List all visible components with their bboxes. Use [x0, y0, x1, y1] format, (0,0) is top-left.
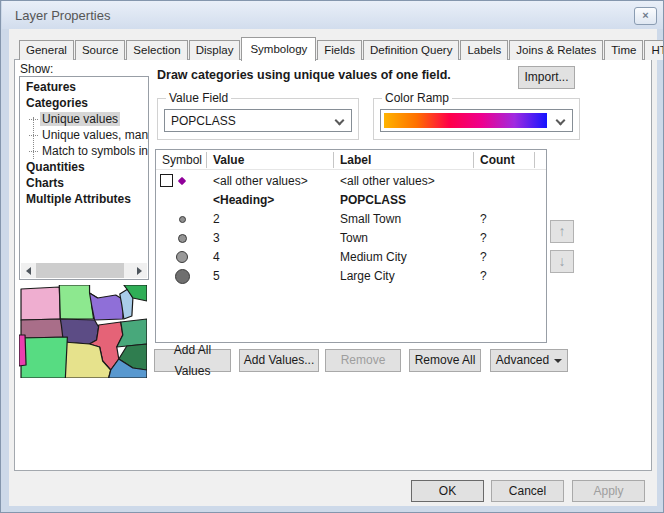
close-button[interactable]: ×: [634, 7, 657, 25]
table-row[interactable]: <all other values><all other values>: [156, 172, 546, 190]
import-button[interactable]: Import...: [518, 66, 575, 89]
value-field-value: POPCLASS: [171, 114, 236, 128]
table-row[interactable]: <Heading>POPCLASS: [156, 191, 546, 209]
tree-item-label: Charts: [26, 176, 64, 190]
chevron-down-icon: [556, 116, 566, 126]
titlebar[interactable]: Layer Properties ×: [2, 1, 664, 29]
tree-item-label: Unique values, many: [40, 128, 149, 142]
arrow-up-icon: ↑: [559, 223, 566, 239]
tree-item-label: Categories: [26, 96, 88, 110]
state-pink: [21, 287, 60, 320]
tab-source[interactable]: Source: [75, 40, 125, 60]
column-separator: [473, 152, 474, 168]
cell-label: Town: [340, 231, 368, 245]
table-row[interactable]: 3Town?: [156, 229, 546, 247]
advanced-button[interactable]: Advanced: [490, 349, 568, 372]
scrollbar-thumb[interactable]: [36, 263, 124, 278]
tab-symbology[interactable]: Symbology: [241, 37, 316, 61]
color-ramp-dropdown[interactable]: [380, 109, 573, 132]
graduated-circle-symbol-icon[interactable]: [178, 234, 187, 243]
tab-joins-relates[interactable]: Joins & Relates: [509, 40, 603, 60]
tab-time[interactable]: Time: [604, 40, 643, 60]
map-preview-thumbnail: [19, 285, 147, 378]
table-row[interactable]: 4Medium City?: [156, 248, 546, 266]
tree-item-label: Match to symbols in a: [40, 144, 149, 158]
cell-count: ?: [480, 250, 487, 264]
cell-value: 5: [213, 269, 220, 283]
tab-general[interactable]: General: [19, 40, 74, 60]
tabstrip: GeneralSourceSelectionDisplaySymbologyFi…: [19, 37, 664, 60]
cell-count: ?: [480, 231, 487, 245]
table-row[interactable]: 5Large City?: [156, 267, 546, 285]
cell-label: POPCLASS: [340, 193, 406, 207]
unique-values-table[interactable]: SymbolValueLabelCount <all other values>…: [155, 149, 547, 343]
move-down-button[interactable]: ↓: [550, 250, 574, 273]
graduated-circle-symbol-icon[interactable]: [175, 269, 190, 284]
color-ramp-label: Color Ramp: [382, 91, 452, 105]
all-other-values-checkbox[interactable]: [160, 174, 173, 187]
cell-value: 3: [213, 231, 220, 245]
tab-html-popup[interactable]: HTML Popup: [644, 40, 664, 60]
graduated-circle-symbol-icon[interactable]: [179, 216, 186, 223]
tree-horizontal-scrollbar[interactable]: [21, 263, 147, 278]
cell-label: <all other values>: [340, 174, 435, 188]
table-header: SymbolValueLabelCount: [156, 150, 546, 170]
tree-item-label: Unique values: [40, 112, 120, 126]
tree-item-charts[interactable]: Charts: [20, 175, 148, 191]
add-all-values-button[interactable]: Add All Values: [154, 349, 231, 372]
value-field-dropdown[interactable]: POPCLASS: [164, 109, 352, 132]
tree-item-match-to-symbols-in-a[interactable]: Match to symbols in a: [20, 143, 148, 159]
cell-value: 4: [213, 250, 220, 264]
chevron-down-icon: [335, 116, 345, 126]
tab-fields[interactable]: Fields: [317, 40, 362, 60]
tree-item-label: Features: [26, 80, 76, 94]
tab-definition-query[interactable]: Definition Query: [363, 40, 459, 60]
tree-item-label: Multiple Attributes: [26, 192, 131, 206]
state-purple: [90, 293, 124, 320]
symbology-tab-page: Show: FeaturesCategoriesUnique valuesUni…: [14, 59, 652, 471]
tree-item-categories[interactable]: Categories: [20, 95, 148, 111]
cell-value: <all other values>: [213, 174, 308, 188]
move-up-button[interactable]: ↑: [550, 220, 574, 243]
window-title: Layer Properties: [15, 8, 110, 23]
button-label: Remove: [341, 350, 386, 371]
table-row[interactable]: 2Small Town?: [156, 210, 546, 228]
point-symbol-icon: [178, 177, 186, 185]
button-label: Add Values...: [244, 350, 315, 371]
color-ramp-swatch: [384, 113, 547, 128]
graduated-circle-symbol-icon[interactable]: [176, 251, 188, 263]
tab-selection[interactable]: Selection: [126, 40, 187, 60]
scroll-left-icon[interactable]: [21, 263, 36, 278]
color-ramp-group: Color Ramp: [373, 98, 580, 140]
remove-button[interactable]: Remove: [325, 349, 401, 372]
tab-display[interactable]: Display: [189, 40, 241, 60]
cell-label: Medium City: [340, 250, 407, 264]
layer-properties-dialog: Layer Properties × GeneralSourceSelectio…: [0, 0, 664, 513]
button-label: Add All Values: [155, 340, 230, 382]
state-bright-green: [21, 337, 67, 378]
tree-item-unique-values[interactable]: Unique values: [20, 111, 148, 127]
tree-item-quantities[interactable]: Quantities: [20, 159, 148, 175]
dialog-content: GeneralSourceSelectionDisplaySymbologyFi…: [9, 29, 657, 506]
remove-all-button[interactable]: Remove All: [409, 349, 481, 372]
cancel-button[interactable]: Cancel: [491, 480, 564, 502]
ok-button[interactable]: OK: [411, 480, 484, 502]
tree-item-unique-values-many[interactable]: Unique values, many: [20, 127, 148, 143]
show-label: Show:: [20, 62, 53, 76]
add-values-button[interactable]: Add Values...: [239, 349, 319, 372]
tab-labels[interactable]: Labels: [460, 40, 508, 60]
tree-item-features[interactable]: Features: [20, 79, 148, 95]
value-field-group: Value Field POPCLASS: [157, 98, 359, 140]
sliver-magenta: [19, 335, 26, 366]
column-separator: [534, 152, 535, 168]
button-label: Advanced: [496, 350, 549, 371]
scroll-right-icon[interactable]: [132, 263, 147, 278]
tree-item-multiple-attributes[interactable]: Multiple Attributes: [20, 191, 148, 207]
renderer-description: Draw categories using unique values of o…: [157, 68, 451, 82]
apply-button[interactable]: Apply: [572, 480, 645, 502]
cell-value: 2: [213, 212, 220, 226]
value-field-label: Value Field: [166, 91, 231, 105]
close-icon: ×: [642, 9, 648, 21]
column-header-label: Label: [340, 153, 371, 167]
column-separator: [333, 152, 334, 168]
